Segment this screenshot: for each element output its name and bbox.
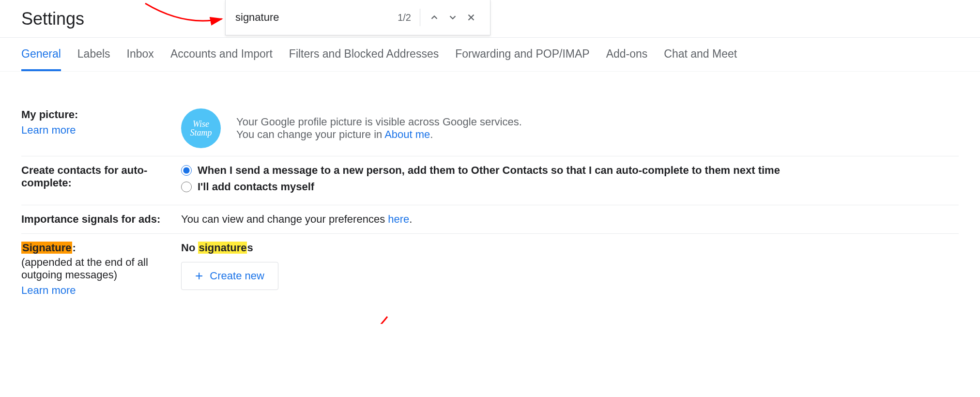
ads-description: You can view and change your preferences…	[181, 213, 959, 226]
signature-label: Signature:	[21, 242, 76, 254]
contacts-radio-manual[interactable]	[181, 182, 192, 192]
find-prev-button[interactable]	[425, 8, 444, 27]
avatar[interactable]: Wise Stamp	[181, 108, 221, 148]
chevron-up-icon	[429, 12, 440, 23]
close-icon	[466, 12, 476, 23]
tabs-bar: General Labels Inbox Accounts and Import…	[0, 38, 980, 72]
annotation-arrow-icon	[140, 0, 232, 32]
tab-general[interactable]: General	[21, 47, 61, 71]
my-picture-label: My picture:	[21, 108, 78, 121]
plus-icon: +	[195, 269, 203, 283]
create-new-signature-button[interactable]: + Create new	[181, 262, 278, 290]
ads-here-link[interactable]: here	[388, 213, 409, 225]
find-divider	[420, 9, 420, 26]
my-picture-learn-more-link[interactable]: Learn more	[21, 124, 76, 137]
tab-forwarding-pop-imap[interactable]: Forwarding and POP/IMAP	[455, 47, 589, 71]
settings-content: My picture: Learn more Wise Stamp Your G…	[0, 72, 980, 324]
contacts-option-auto[interactable]: When I send a message to a new person, a…	[181, 164, 959, 177]
tab-accounts-import[interactable]: Accounts and Import	[170, 47, 273, 71]
find-next-button[interactable]	[444, 8, 462, 27]
find-bar: 1/2	[225, 0, 490, 35]
tab-inbox[interactable]: Inbox	[127, 47, 154, 71]
chevron-down-icon	[447, 12, 458, 23]
tab-filters-blocked[interactable]: Filters and Blocked Addresses	[289, 47, 439, 71]
row-create-contacts: Create contacts for auto-complete: When …	[21, 156, 959, 205]
row-signature: Signature: (appended at the end of all o…	[21, 234, 959, 305]
signature-subtext: (appended at the end of all outgoing mes…	[21, 256, 181, 281]
find-close-button[interactable]	[462, 8, 480, 27]
picture-description: Your Google profile picture is visible a…	[236, 116, 522, 141]
contacts-radio-auto[interactable]	[181, 165, 192, 176]
topbar: Settings 1/2	[0, 0, 980, 38]
about-me-link[interactable]: About me	[384, 128, 430, 140]
signature-learn-more-link[interactable]: Learn more	[21, 284, 76, 297]
find-count: 1/2	[398, 12, 411, 23]
tab-chat-meet[interactable]: Chat and Meet	[664, 47, 737, 71]
page-title: Settings	[0, 9, 84, 29]
find-input[interactable]	[235, 11, 398, 24]
row-my-picture: My picture: Learn more Wise Stamp Your G…	[21, 101, 959, 156]
tab-labels[interactable]: Labels	[77, 47, 110, 71]
contacts-option-manual[interactable]: I'll add contacts myself	[181, 181, 959, 193]
row-importance-ads: Importance signals for ads: You can view…	[21, 205, 959, 234]
no-signatures-text: No signatures	[181, 242, 959, 254]
tab-add-ons[interactable]: Add-ons	[606, 47, 648, 71]
ads-label: Importance signals for ads:	[21, 213, 160, 225]
create-contacts-label: Create contacts for auto-complete:	[21, 164, 147, 189]
